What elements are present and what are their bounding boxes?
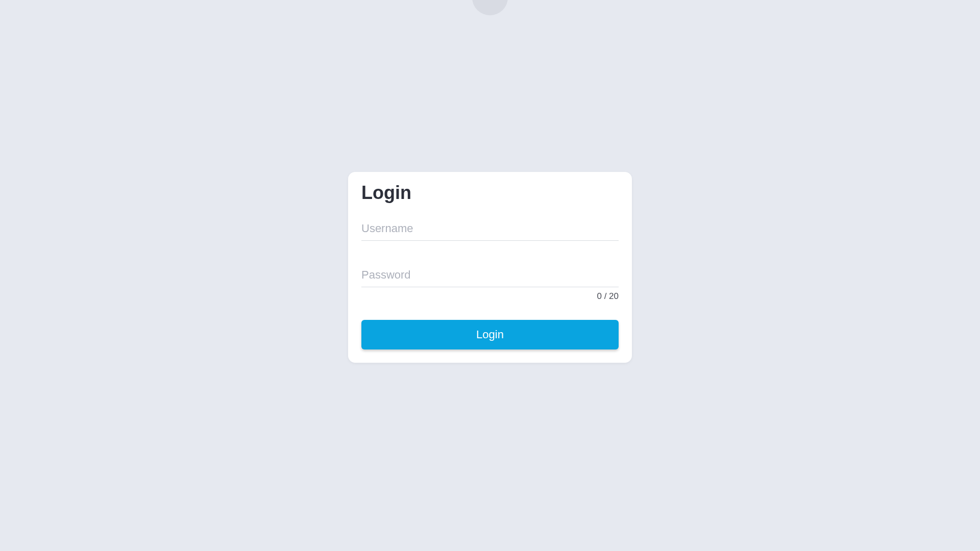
password-group: Password [361,266,619,287]
username-input[interactable] [361,220,619,241]
decorative-circle [472,0,508,15]
password-char-counter: 0 / 20 [361,291,619,302]
login-title: Login [361,182,619,204]
username-group: Username [361,220,619,241]
password-input[interactable] [361,266,619,287]
login-button[interactable]: Login [361,320,619,349]
login-card: Login Username Password 0 / 20 Login [348,172,632,363]
